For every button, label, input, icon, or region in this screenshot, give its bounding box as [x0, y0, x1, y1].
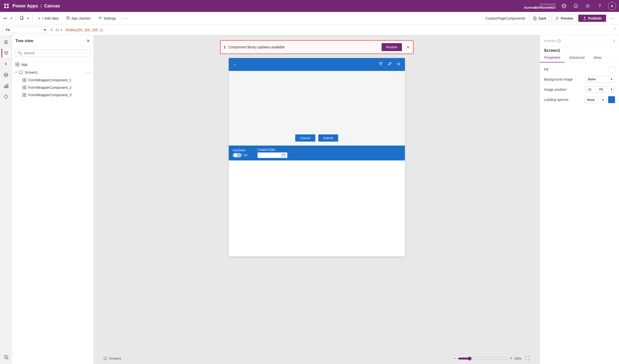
submit-button[interactable]: Submit: [318, 134, 338, 142]
section-help-icon[interactable]: [557, 39, 561, 43]
save-label: Save: [538, 16, 546, 20]
image-position-select[interactable]: Fit ▾: [585, 86, 615, 93]
tree-item-fwc3[interactable]: FormWrapperComponent_3: [19, 91, 94, 99]
loading-spinner-color[interactable]: [608, 96, 615, 103]
form-footer: AutoSave On Created Date: [229, 146, 405, 160]
copy-button[interactable]: [18, 14, 25, 22]
screen-name-footer: Screen1: [109, 357, 121, 360]
component2-icon: [22, 86, 26, 90]
equals-sign: =: [50, 27, 53, 32]
help-icon[interactable]: ?: [596, 2, 603, 9]
panel-expand-button[interactable]: ›: [614, 38, 615, 43]
update-banner: ℹ Component library updates available Re…: [220, 40, 414, 54]
component-icon[interactable]: [1, 92, 10, 101]
toolbar-left: ↩ ▾ ▾ + + Add data App checker Settings …: [2, 14, 130, 22]
background-image-row: Background image None ▾: [544, 76, 615, 83]
svg-point-15: [4, 73, 8, 75]
svg-point-7: [587, 5, 588, 7]
date-input[interactable]: [258, 152, 287, 158]
toolbar-divider-1: [16, 15, 16, 21]
tab-ideas[interactable]: Ideas: [589, 53, 606, 62]
menu-icon[interactable]: [1, 38, 10, 47]
topbar-left: Power Apps | Canvas: [3, 2, 60, 9]
formula-chevron-right[interactable]: ⌃: [613, 27, 617, 33]
publish-button[interactable]: Publish: [578, 15, 606, 22]
fill-control: [609, 66, 615, 72]
tab-advanced[interactable]: Advanced: [565, 53, 589, 62]
variables-icon[interactable]: [1, 353, 10, 362]
fwc1-label: FormWrapperComponent_1: [28, 78, 90, 82]
banner-info-icon: ℹ: [224, 45, 226, 50]
formula-input[interactable]: [64, 27, 610, 33]
tab-properties[interactable]: Properties: [540, 53, 565, 62]
chevron-formula[interactable]: ▾: [61, 28, 62, 32]
loading-spinner-select[interactable]: None ▾: [584, 96, 607, 103]
zoom-out-button[interactable]: −: [454, 356, 456, 361]
save-button[interactable]: Save: [529, 15, 550, 22]
screen1-chevron: ▾: [15, 71, 17, 74]
fullscreen-icon[interactable]: ⛶: [525, 356, 530, 361]
tree-item-fwc2[interactable]: FormWrapperComponent_2: [19, 84, 94, 91]
add-data-button[interactable]: + + Add data: [35, 15, 62, 22]
filter-icon[interactable]: [379, 62, 383, 67]
edit-icon[interactable]: [388, 62, 392, 67]
app-checker-icon: [66, 16, 70, 21]
property-select[interactable]: Fill: [2, 27, 47, 33]
settings-icon[interactable]: [584, 2, 591, 9]
environment-icon[interactable]: [560, 2, 567, 9]
panel-tabs: Properties Advanced Ideas: [540, 53, 619, 62]
svg-rect-27: [25, 78, 26, 80]
svg-rect-12: [534, 19, 536, 20]
data-icon[interactable]: [1, 70, 10, 79]
svg-rect-35: [25, 93, 26, 95]
layers-icon[interactable]: [1, 49, 10, 58]
settings-button[interactable]: Settings: [95, 14, 119, 22]
avatar[interactable]: A: [608, 2, 616, 10]
title-separator: |: [40, 3, 42, 9]
svg-rect-28: [23, 80, 24, 82]
chart-icon[interactable]: [1, 81, 10, 90]
toolbar-right-more[interactable]: ⋯: [608, 14, 617, 22]
svg-rect-32: [23, 88, 24, 89]
screen-section-text: SCREEN: [544, 39, 556, 42]
preview-button[interactable]: Preview: [552, 15, 577, 22]
toggle-switch[interactable]: [233, 153, 242, 157]
fwc3-label: FormWrapperComponent_3: [28, 93, 90, 97]
app-icon: [15, 62, 19, 66]
banner-message: Component library updates available: [228, 45, 379, 49]
add-icon[interactable]: +: [1, 60, 10, 68]
fill-color-swatch[interactable]: [609, 66, 615, 72]
gear-icon[interactable]: [396, 62, 401, 67]
banner-close-button[interactable]: ✕: [406, 45, 410, 50]
undo-button[interactable]: ↩: [2, 15, 8, 22]
svg-rect-3: [7, 6, 9, 8]
svg-point-20: [6, 357, 8, 359]
toolbar-more-button[interactable]: ⋯: [121, 14, 130, 22]
tree-item-fwc1[interactable]: FormWrapperComponent_1: [19, 76, 94, 84]
tree-search-input[interactable]: [24, 51, 88, 55]
zoom-in-button[interactable]: +: [510, 356, 512, 361]
right-panel-header: SCREEN ›: [540, 35, 619, 47]
tree-item-screen1[interactable]: ▾ Screen1 ⋯: [12, 68, 94, 76]
notification-icon[interactable]: [572, 2, 579, 9]
add-data-label: + Add data: [42, 16, 58, 20]
tree-close-button[interactable]: ✕: [86, 38, 90, 44]
background-image-select[interactable]: None ▾: [585, 76, 615, 83]
tree-item-app[interactable]: App: [12, 61, 94, 68]
zoom-slider[interactable]: [458, 357, 508, 361]
screen1-more[interactable]: ⋯: [86, 70, 90, 75]
apps-grid-icon[interactable]: [3, 2, 10, 9]
toggle-knob: [234, 153, 237, 157]
toolbar-right: CustomPageComponents Save Preview Publis…: [486, 14, 617, 22]
canvas-footer: Screen1 − + 50% ⛶: [94, 356, 540, 361]
form-header-bar: ←: [229, 58, 405, 71]
undo-chevron[interactable]: ▾: [10, 16, 13, 21]
form-back-button[interactable]: ←: [233, 62, 238, 67]
main-content: + Tree view ✕ 🔍 App: [0, 35, 619, 364]
review-button[interactable]: Review: [382, 43, 402, 51]
tree-app-label: App: [21, 62, 90, 66]
app-checker-button[interactable]: App checker: [63, 14, 94, 22]
paste-chevron[interactable]: ▾: [26, 16, 30, 21]
cancel-button[interactable]: Cancel: [295, 134, 315, 142]
autosave-toggle[interactable]: On: [233, 153, 248, 157]
